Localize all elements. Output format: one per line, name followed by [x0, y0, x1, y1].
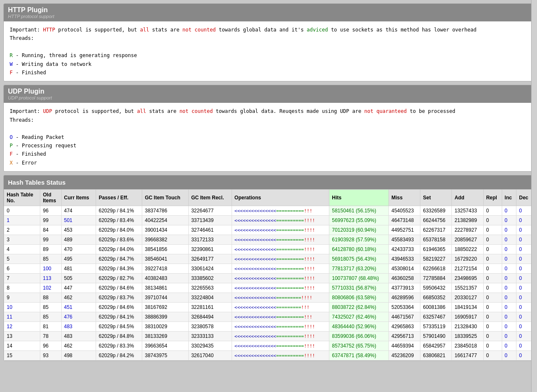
td-gc-recl: 32380578	[188, 322, 232, 332]
td-gc-touch: 38743975	[142, 351, 188, 361]
td-gc-touch: 38374786	[142, 206, 188, 216]
td-old: 102	[40, 283, 61, 293]
td-old: 100	[40, 264, 61, 274]
td-set: 58219227	[420, 254, 452, 264]
td-miss: 42956713	[388, 332, 420, 341]
td-curr: 451	[61, 303, 96, 312]
td-repl: 0	[483, 225, 502, 235]
td-dec: 0	[516, 341, 533, 351]
td-inc: 0	[502, 351, 516, 361]
td-add: 16905917	[452, 312, 483, 322]
td-hits: 100737807 (68.48%)	[329, 274, 389, 283]
table-row: 12 81 483 62029p / 84.5% 38310029 323805…	[4, 322, 533, 332]
td-add: 18419134	[452, 303, 483, 312]
table-row: 2 84 453 62029p / 84.0% 39001434 3274646…	[4, 225, 533, 235]
td-hits: 48364440 (52.96%)	[329, 322, 389, 332]
col-operations: Operations	[232, 190, 329, 206]
td-old: 88	[40, 293, 61, 303]
td-miss: 44671567	[388, 312, 420, 322]
table-row: 6 100 481 62029p / 84.3% 39227418 330614…	[4, 264, 533, 274]
td-gc-touch: 40422254	[142, 216, 188, 225]
td-add: 20859627	[452, 235, 483, 245]
udp-plugin-title: UDP Plugin	[8, 88, 529, 95]
td-gc-touch: 38886399	[142, 312, 188, 322]
td-hits: 88038722 (62.84%)	[329, 303, 389, 312]
td-curr: 489	[61, 235, 96, 245]
td-ops: <<<<<<<<<<<<<<<==========!!!!	[232, 235, 329, 245]
td-ops: <<<<<<<<<<<<<<<==========!!!!	[232, 254, 329, 264]
td-passes: 62029p / 84.1%	[96, 206, 142, 216]
hash-tables-thead: Hash TableNo. OldItems Curr Items Passes…	[4, 190, 533, 206]
td-no: 4	[4, 245, 40, 254]
td-ops: <<<<<<<<<<<<<<<==========!!!!	[232, 351, 329, 361]
td-curr: 481	[61, 264, 96, 274]
table-row: 8 102 447 62029p / 84.6% 38134861 322655…	[4, 283, 533, 293]
td-add: 18339525	[452, 332, 483, 341]
table-row: 14 96 462 62029p / 83.3% 39663654 330294…	[4, 341, 533, 351]
hash-tables-container[interactable]: Hash TableNo. OldItems Curr Items Passes…	[4, 189, 533, 361]
udp-plugin-subtitle: UDP protocol support	[8, 95, 529, 100]
col-old-items: OldItems	[40, 190, 61, 206]
td-set: 57901490	[420, 332, 452, 341]
td-no: 1	[4, 216, 40, 225]
td-inc: 0	[502, 283, 516, 293]
hash-tables-section: Hash Tables Status Hash TableNo. OldItem…	[3, 175, 534, 361]
udp-important-line: Important: UDP protocol is supported, bu…	[10, 107, 527, 115]
td-set: 66850352	[420, 293, 452, 303]
td-inc: 0	[502, 274, 516, 283]
td-curr: 447	[61, 283, 96, 293]
td-ops: <<<<<<<<<<<<<<<==========!!!!	[232, 341, 329, 351]
td-set: 65842957	[420, 341, 452, 351]
td-no: 7	[4, 274, 40, 283]
table-row: 10 85 451 62029p / 84.6% 38167692 322811…	[4, 303, 533, 312]
td-repl: 0	[483, 303, 502, 312]
td-no: 2	[4, 225, 40, 235]
udp-legend-f: F - Finished	[10, 150, 527, 158]
td-set: 63806821	[420, 351, 452, 361]
td-inc: 0	[502, 322, 516, 332]
td-dec: 0	[516, 283, 533, 293]
td-hits: 57710331 (56.87%)	[329, 283, 389, 293]
td-set: 72785884	[420, 274, 452, 283]
td-gc-touch: 38310029	[142, 322, 188, 332]
udp-plugin-body: Important: UDP protocol is supported, bu…	[4, 103, 533, 171]
td-add: 23498695	[452, 274, 483, 283]
td-old: 81	[40, 322, 61, 332]
td-passes: 62029p / 82.7%	[96, 274, 142, 283]
table-row: 7 113 505 62029p / 82.7% 40382483 333856…	[4, 274, 533, 283]
td-miss: 42433733	[388, 245, 420, 254]
td-miss: 46473148	[388, 216, 420, 225]
td-set: 63326589	[420, 206, 452, 216]
td-passes: 62029p / 83.4%	[96, 216, 142, 225]
scrollbar[interactable]	[531, 0, 537, 364]
td-hits: 77813717 (63.20%)	[329, 264, 389, 274]
td-repl: 0	[483, 351, 502, 361]
td-old: 85	[40, 312, 61, 322]
td-old: 99	[40, 235, 61, 245]
udp-legend-x: X - Error	[10, 159, 527, 167]
td-old: 78	[40, 332, 61, 341]
td-passes: 62029p / 84.0%	[96, 245, 142, 254]
http-plugin-header: HTTP Plugin HTTP protocol support	[4, 4, 533, 21]
td-miss: 46289596	[388, 293, 420, 303]
table-row: 15 93 498 62029p / 84.2% 38743975 326170…	[4, 351, 533, 361]
td-miss: 43946533	[388, 254, 420, 264]
td-passes: 62029p / 84.1%	[96, 312, 142, 322]
td-curr: 462	[61, 341, 96, 351]
td-ops: <<<<<<<<<<<<<<<==========!!!!	[232, 332, 329, 341]
td-hits: 74325027 (62.46%)	[329, 312, 389, 322]
td-hits: 56997623 (55.09%)	[329, 216, 389, 225]
td-dec: 0	[516, 293, 533, 303]
td-gc-recl: 32390861	[188, 245, 232, 254]
td-set: 57335119	[420, 322, 452, 332]
td-add: 21382989	[452, 216, 483, 225]
http-threads-label: Threads:	[10, 34, 527, 42]
td-repl: 0	[483, 206, 502, 216]
td-ops: <<<<<<<<<<<<<<<==========!!!!	[232, 322, 329, 332]
td-set: 60081386	[420, 303, 452, 312]
td-gc-recl: 32333133	[188, 332, 232, 341]
td-add: 22278927	[452, 225, 483, 235]
http-plugin-title: HTTP Plugin	[8, 6, 529, 14]
td-add: 20330127	[452, 293, 483, 303]
td-no: 13	[4, 332, 40, 341]
